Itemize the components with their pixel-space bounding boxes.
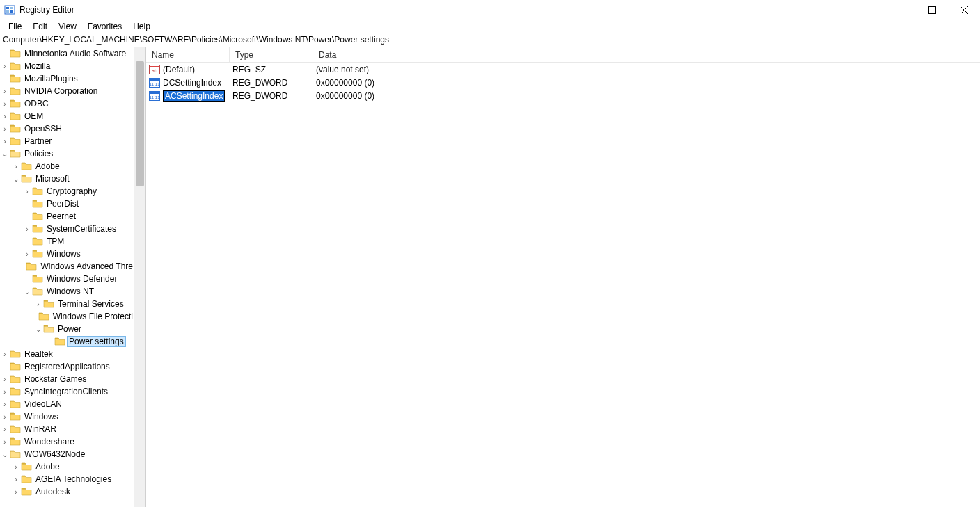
menu-view[interactable]: View: [53, 20, 82, 33]
chevron-down-icon[interactable]: ⌄: [11, 174, 21, 184]
tree-item[interactable]: ›Windows File Protecti: [0, 310, 134, 323]
tree-scrollbar-thumb[interactable]: [136, 61, 144, 186]
tree-item[interactable]: ⌄WOW6432Node: [0, 448, 134, 460]
tree-scrollbar[interactable]: [134, 47, 145, 507]
tree-item[interactable]: ›NVIDIA Corporation: [0, 85, 134, 97]
chevron-right-icon[interactable]: ›: [11, 161, 21, 171]
tree-item[interactable]: ›ODBC: [0, 97, 134, 110]
close-button[interactable]: [948, 0, 980, 19]
column-header-type[interactable]: Type: [230, 47, 313, 62]
chevron-right-icon[interactable]: ›: [0, 437, 10, 446]
minimize-button[interactable]: [884, 0, 916, 19]
chevron-down-icon[interactable]: ⌄: [0, 449, 10, 459]
maximize-button[interactable]: [916, 0, 948, 19]
tree-item[interactable]: ›Adobe: [0, 160, 134, 172]
value-row[interactable]: ab(Default)REG_SZ(value not set): [146, 63, 980, 76]
chevron-right-icon[interactable]: ›: [33, 299, 43, 309]
tree-item[interactable]: ›RegisteredApplications: [0, 360, 134, 373]
chevron-right-icon[interactable]: ›: [0, 387, 10, 396]
tree-item[interactable]: ›VideoLAN: [0, 398, 134, 410]
tree-item[interactable]: ⌄Policies: [0, 147, 134, 160]
chevron-right-icon[interactable]: ›: [0, 399, 10, 409]
window-controls: [884, 0, 980, 19]
list-pane[interactable]: Name Type Data ab(Default)REG_SZ(value n…: [146, 47, 980, 507]
tree-item[interactable]: ›PeerDist: [0, 198, 134, 210]
column-header-data[interactable]: Data: [313, 47, 508, 62]
folder-icon: [10, 86, 21, 96]
tree-item-label: Partner: [23, 136, 53, 146]
tree-item-label: WinRAR: [23, 424, 58, 434]
chevron-right-icon[interactable]: ›: [0, 111, 10, 121]
tree-item[interactable]: ›Windows: [0, 248, 134, 260]
tree-item[interactable]: ›Wondershare: [0, 435, 134, 448]
tree-item[interactable]: ›Cryptography: [0, 185, 134, 198]
tree-item-label: OEM: [23, 111, 45, 121]
tree-item[interactable]: ›Mozilla: [0, 60, 134, 72]
svg-rect-4: [10, 10, 13, 13]
tree-item[interactable]: ›WinRAR: [0, 423, 134, 435]
svg-rect-1: [6, 7, 9, 9]
menu-edit[interactable]: Edit: [27, 20, 53, 33]
chevron-right-icon[interactable]: ›: [22, 224, 32, 234]
chevron-down-icon[interactable]: ⌄: [22, 287, 32, 296]
tree-item[interactable]: ›Autodesk: [0, 485, 134, 498]
tree-item[interactable]: ›Realtek: [0, 348, 134, 360]
tree-item[interactable]: ⌄Power: [0, 323, 134, 335]
chevron-right-icon[interactable]: ›: [11, 462, 21, 472]
tree-item[interactable]: ⌄Windows NT: [0, 285, 134, 298]
menu-favorites[interactable]: Favorites: [82, 20, 127, 33]
chevron-right-icon[interactable]: ›: [11, 487, 21, 497]
folder-icon: [21, 462, 32, 472]
chevron-right-icon[interactable]: ›: [0, 86, 10, 96]
tree-item-label: Windows NT: [45, 287, 95, 296]
svg-rect-0: [5, 6, 15, 14]
chevron-right-icon[interactable]: ›: [22, 249, 32, 259]
chevron-down-icon[interactable]: ⌄: [33, 324, 43, 334]
chevron-right-icon[interactable]: ›: [0, 374, 10, 384]
tree-item[interactable]: ›Windows Defender: [0, 273, 134, 285]
chevron-down-icon[interactable]: ⌄: [0, 149, 10, 159]
tree-item-label: Wondershare: [23, 437, 76, 446]
column-header-name[interactable]: Name: [146, 47, 230, 62]
svg-rect-2: [10, 7, 13, 9]
tree-item[interactable]: ›OpenSSH: [0, 122, 134, 135]
tree-item-label: SyncIntegrationClients: [23, 387, 109, 396]
tree-item[interactable]: ›Windows: [0, 410, 134, 423]
tree-item[interactable]: ›Windows Advanced Thre: [0, 260, 134, 273]
tree-item[interactable]: ›Adobe: [0, 460, 134, 473]
chevron-right-icon[interactable]: ›: [0, 349, 10, 359]
chevron-right-icon[interactable]: ›: [0, 124, 10, 134]
tree-item[interactable]: ›MozillaPlugins: [0, 72, 134, 85]
tree-item[interactable]: ›AGEIA Technologies: [0, 473, 134, 485]
tree-item[interactable]: ›Power settings: [0, 335, 134, 348]
tree-item[interactable]: ⌄Microsoft: [0, 172, 134, 185]
menu-help[interactable]: Help: [127, 20, 156, 33]
folder-icon: [10, 399, 21, 409]
chevron-right-icon[interactable]: ›: [0, 99, 10, 108]
list-body[interactable]: ab(Default)REG_SZ(value not set)011 110D…: [146, 63, 980, 507]
value-row[interactable]: 011 110ACSettingIndexREG_DWORD0x00000000…: [146, 89, 980, 102]
chevron-right-icon[interactable]: ›: [22, 186, 32, 196]
tree-item[interactable]: ›SystemCertificates: [0, 223, 134, 235]
value-name[interactable]: ACSettingIndex: [163, 90, 225, 102]
tree-item[interactable]: ›Terminal Services: [0, 298, 134, 310]
tree-item-label: PeerDist: [45, 199, 80, 209]
tree-item[interactable]: ›TPM: [0, 235, 134, 248]
tree-pane[interactable]: ›Minnetonka Audio Software›Mozilla›Mozil…: [0, 47, 146, 507]
tree-item[interactable]: ›SyncIntegrationClients: [0, 385, 134, 398]
chevron-right-icon[interactable]: ›: [0, 136, 10, 146]
chevron-right-icon[interactable]: ›: [0, 424, 10, 434]
tree-item[interactable]: ›Rockstar Games: [0, 373, 134, 385]
tree-item[interactable]: ›OEM: [0, 110, 134, 122]
chevron-right-icon[interactable]: ›: [0, 61, 10, 71]
address-bar[interactable]: Computer\HKEY_LOCAL_MACHINE\SOFTWARE\Pol…: [0, 33, 980, 47]
tree-item[interactable]: ›Peernet: [0, 210, 134, 223]
tree-item[interactable]: ›Minnetonka Audio Software: [0, 47, 134, 60]
value-row[interactable]: 011 110DCSettingIndexREG_DWORD0x00000000…: [146, 76, 980, 89]
chevron-right-icon[interactable]: ›: [11, 474, 21, 484]
menu-file[interactable]: File: [3, 20, 27, 33]
svg-rect-13: [150, 79, 159, 81]
chevron-right-icon[interactable]: ›: [0, 412, 10, 421]
svg-rect-10: [150, 66, 159, 67]
tree-item[interactable]: ›Partner: [0, 135, 134, 147]
